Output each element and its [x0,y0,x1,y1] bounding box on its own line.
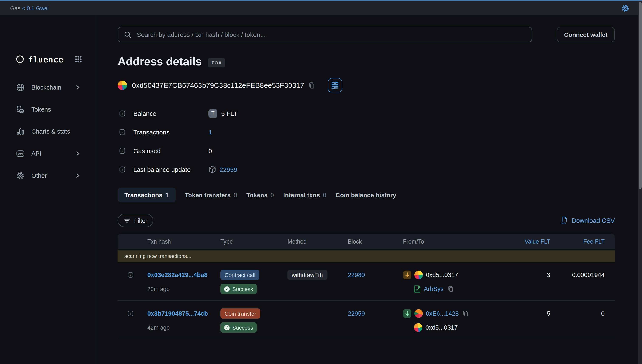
info-row-transactions: Transactions 1 [118,127,615,137]
info-hint-icon[interactable] [119,166,125,172]
main-area: Connect wallet Address details EOA 0xd50… [96,15,642,364]
sidebar-item-charts-stats[interactable]: Charts & stats [10,120,86,142]
gear-icon [16,172,25,180]
chevron-right-icon [75,150,81,156]
address-type-badge: EOA [208,58,225,67]
txn-age: 42m ago [147,322,220,333]
tab-transactions[interactable]: Transactions 1 [118,188,176,202]
svg-text:API: API [18,152,23,155]
coins-icon [16,105,25,114]
tab-token-transfers[interactable]: Token transfers 0 [185,192,237,198]
table-header: Txn hash Type Method Block From/To Value… [118,234,615,249]
to-address-avatar [414,323,423,332]
info-hint-icon[interactable] [119,110,125,116]
col-type: Type [220,238,287,244]
transactions-label: Transactions [133,128,170,136]
download-csv-link[interactable]: csv Download CSV [561,216,615,224]
txn-info-icon[interactable] [128,272,133,278]
txn-value: 3 [501,270,550,278]
tab-count: 0 [270,192,274,198]
copy-address-icon[interactable] [308,82,315,89]
sidebar-item-label: Tokens [32,106,51,113]
col-fee: Fee FLT [550,238,615,244]
tab-label: Coin balance history [336,192,396,198]
txn-type-badge: Coin transfer [220,308,260,318]
address-info: Balance T 5 FLT Transa [118,108,615,174]
filter-button[interactable]: Filter [118,214,153,227]
direction-out-icon [403,271,411,279]
col-method: Method [287,238,348,244]
last-balance-update-label: Last balance update [133,166,191,173]
from-address-link[interactable]: 0xE6...1428 [426,310,459,317]
page-title: Address details [118,55,202,68]
transactions-table: Txn hash Type Method Block From/To Value… [118,234,615,340]
tab-internal-txns[interactable]: Internal txns 0 [283,192,326,198]
api-icon: API [16,149,25,158]
txn-fee: 0.00001944 [550,270,605,278]
filter-icon [124,217,130,224]
connect-wallet-button[interactable]: Connect wallet [557,27,615,42]
transactions-count-link[interactable]: 1 [208,128,212,136]
to-address-link[interactable]: ArbSys [424,286,444,292]
sidebar-item-api[interactable]: API API [10,142,86,164]
tab-count: 0 [323,192,326,198]
tab-tokens[interactable]: Tokens 0 [246,192,274,198]
to-address: 0xd5...0317 [425,324,458,331]
txn-info-icon[interactable] [128,310,133,316]
tab-coin-balance-history[interactable]: Coin balance history [336,192,396,198]
sidebar: fluence B [0,15,96,364]
sidebar-item-tokens[interactable]: Tokens [10,98,86,120]
scrollbar-thumb[interactable] [638,2,641,189]
top-bar: Gas< 0.1 Gwei [0,0,642,15]
fluence-logo-icon[interactable] [15,54,25,65]
chevron-right-icon [75,173,81,178]
txn-hash-link[interactable]: 0x03e282a429...4ba8 [147,272,208,278]
txn-type-badge: Contract call [220,270,260,280]
copy-to-address-icon[interactable] [448,286,454,292]
txn-hash-link[interactable]: 0x3b71904875...74cb [147,310,208,317]
tab-label: Token transfers [185,192,231,198]
direction-in-icon [403,309,411,318]
txn-status-badge: Success [220,284,257,294]
tab-count: 1 [165,192,169,198]
tab-label: Transactions [124,192,162,198]
info-row-balance: Balance T 5 FLT [118,108,615,118]
col-block: Block [348,238,403,244]
txn-block-link[interactable]: 22980 [348,272,365,278]
filter-label: Filter [134,217,147,224]
sidebar-item-label: Charts & stats [32,128,70,135]
qr-code-button[interactable] [328,78,343,92]
svg-text:csv: csv [562,222,566,224]
sidebar-item-blockchain[interactable]: Blockchain [10,76,86,98]
info-hint-icon[interactable] [119,129,125,135]
csv-file-icon: csv [561,216,568,224]
last-balance-update-block-link[interactable]: 22959 [219,166,237,173]
gas-label: Gas [10,5,20,11]
settings-gear-icon[interactable] [621,4,629,12]
address-avatar [118,80,127,90]
col-value: Value FLT [501,238,550,244]
info-hint-icon[interactable] [119,148,125,154]
balance-label: Balance [133,110,156,117]
token-icon: T [208,109,217,118]
balance-value: 5 FLT [221,110,237,117]
sidebar-item-other[interactable]: Other [10,164,86,187]
brand-name[interactable]: fluence [28,54,64,64]
tab-bar: Transactions 1 Token transfers 0 Tokens … [118,188,615,202]
copy-from-address-icon[interactable] [463,310,469,317]
check-icon [224,286,230,292]
from-address-avatar [414,309,423,318]
gas-tracker[interactable]: Gas< 0.1 Gwei [10,5,49,11]
apps-grid-icon[interactable] [75,56,82,62]
txn-status-badge: Success [220,322,257,332]
chevron-right-icon [75,84,81,90]
from-address: 0xd5...0317 [426,272,458,278]
tab-label: Internal txns [283,192,320,198]
search-icon [124,31,132,38]
search-input[interactable] [136,30,526,38]
block-cube-icon [208,165,216,173]
check-icon [224,325,230,330]
info-row-last-balance-update: Last balance update 22959 [118,164,615,174]
page-scrollbar[interactable] [638,1,642,364]
txn-block-link[interactable]: 22959 [348,310,365,317]
